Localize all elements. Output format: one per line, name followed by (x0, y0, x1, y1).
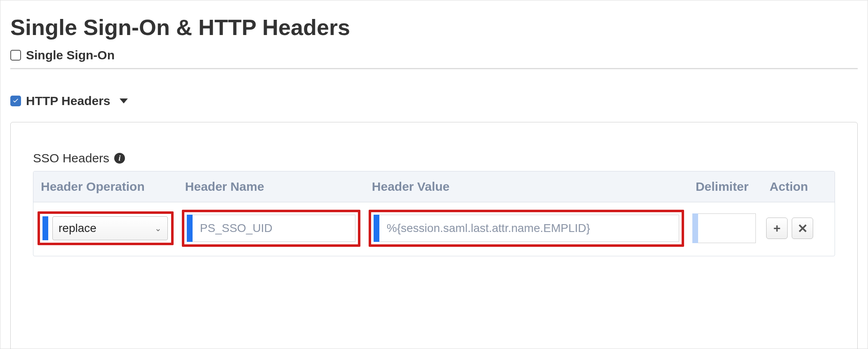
close-icon: ✕ (797, 221, 808, 236)
delimiter-input[interactable] (698, 213, 756, 243)
header-value-input[interactable] (379, 215, 679, 242)
header-name-input[interactable] (193, 215, 355, 242)
http-headers-section-label: HTTP Headers (26, 94, 111, 108)
chevron-down-icon: ⌄ (155, 223, 162, 233)
col-header-value: Header Value (365, 171, 688, 202)
active-strip-icon (42, 216, 48, 240)
chevron-down-icon[interactable] (120, 98, 128, 103)
sso-headers-heading-row: SSO Headers i (33, 151, 835, 165)
sso-headers-table: Header Operation Header Name Header Valu… (33, 171, 835, 256)
section-sso-row: Single Sign-On (10, 48, 858, 69)
col-header-action: Action (762, 171, 835, 202)
table-row: replace ⌄ (33, 202, 835, 256)
table-header-row: Header Operation Header Name Header Valu… (33, 171, 835, 202)
header-operation-cell: replace ⌄ (38, 211, 174, 245)
plus-icon: + (774, 221, 781, 235)
sso-checkbox[interactable] (10, 50, 21, 61)
add-row-button[interactable]: + (766, 218, 788, 239)
sso-headers-label: SSO Headers (33, 151, 109, 165)
col-header-name: Header Name (178, 171, 365, 202)
remove-row-button[interactable]: ✕ (792, 218, 813, 239)
info-icon[interactable]: i (114, 153, 125, 164)
check-icon (12, 97, 19, 105)
http-headers-panel: SSO Headers i Header Operation Header Na… (10, 122, 858, 349)
header-operation-select[interactable]: replace ⌄ (52, 216, 168, 240)
col-header-delimiter: Delimiter (688, 171, 762, 202)
select-value: replace (59, 222, 96, 235)
header-value-cell (369, 210, 684, 247)
action-buttons: + ✕ (766, 218, 830, 239)
active-strip-icon (187, 215, 193, 242)
sso-section-label: Single Sign-On (26, 48, 115, 62)
section-http-headers-row: HTTP Headers (10, 94, 858, 114)
delimiter-cell (692, 213, 758, 243)
inactive-strip-icon (692, 213, 698, 243)
header-name-cell (182, 210, 360, 247)
http-headers-checkbox[interactable] (10, 96, 21, 106)
page-title: Single Sign-On & HTTP Headers (10, 14, 858, 40)
active-strip-icon (374, 215, 379, 242)
col-header-operation: Header Operation (33, 171, 178, 202)
